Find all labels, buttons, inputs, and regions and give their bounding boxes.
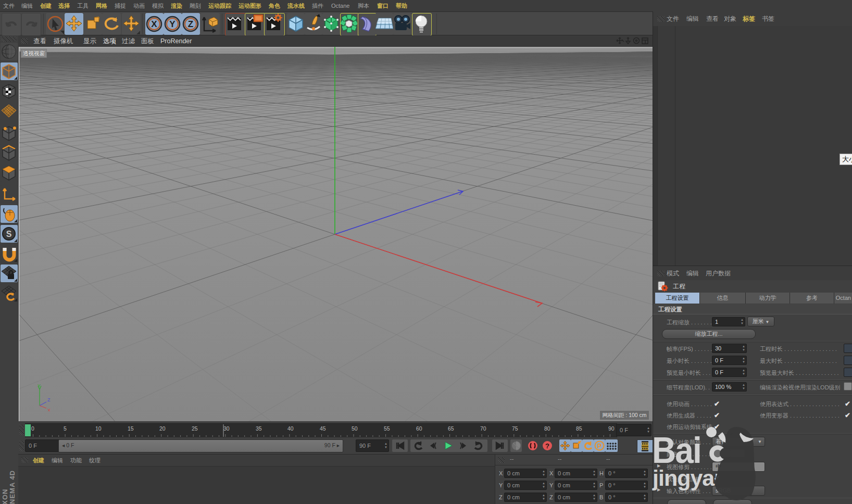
- svg-text:?: ?: [545, 442, 549, 450]
- svg-text:X: X: [151, 19, 157, 29]
- svg-text:X: X: [47, 408, 51, 411]
- svg-text:S: S: [6, 230, 12, 238]
- svg-text:Y: Y: [169, 19, 176, 29]
- svg-text:Z: Z: [188, 19, 193, 29]
- svg-text:Y: Y: [37, 383, 41, 388]
- svg-text:Z: Z: [47, 397, 51, 402]
- svg-text:P: P: [597, 443, 602, 450]
